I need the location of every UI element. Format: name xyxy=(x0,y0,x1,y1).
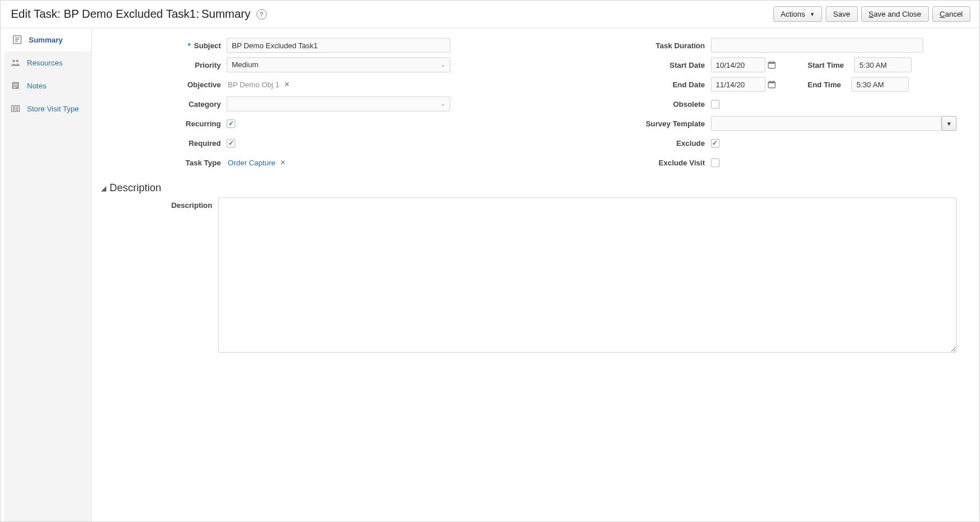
sidebar-item-notes[interactable]: Notes xyxy=(4,74,91,97)
recurring-checkbox[interactable] xyxy=(227,119,235,128)
save-and-close-button-label: Save and Close xyxy=(869,10,921,18)
duration-label: Task Duration xyxy=(539,41,711,50)
task-type-remove-icon[interactable]: ✕ xyxy=(280,158,286,167)
priority-select[interactable]: Medium ⌄ xyxy=(227,57,450,72)
save-and-close-button[interactable]: Save and Close xyxy=(861,6,929,22)
end-time-input[interactable] xyxy=(851,77,909,92)
svg-rect-12 xyxy=(18,106,20,112)
objective-remove-icon[interactable]: ✕ xyxy=(284,80,290,88)
disclosure-triangle-icon: ◢ xyxy=(101,184,106,192)
required-label: Required xyxy=(98,139,227,148)
svg-rect-11 xyxy=(15,106,17,112)
start-time-label: Start Time xyxy=(808,61,844,69)
notes-icon xyxy=(10,80,21,91)
required-asterisk-icon: * xyxy=(188,41,190,50)
help-icon[interactable]: ? xyxy=(256,9,267,20)
sidebar-item-resources[interactable]: Resources xyxy=(4,51,91,74)
sidebar-item-summary[interactable]: Summary xyxy=(4,28,91,51)
recurring-row: Recurring xyxy=(98,115,516,132)
objective-row: Objective BP Demo Obj 1 ✕ xyxy=(98,76,516,92)
exclude-checkbox[interactable] xyxy=(711,139,720,148)
description-row: Description xyxy=(98,198,956,353)
recurring-label: Recurring xyxy=(98,119,227,128)
sidebar-item-store-visit-type[interactable]: Store Visit Type xyxy=(4,97,91,120)
objective-chip-text: BP Demo Obj 1 xyxy=(228,80,279,89)
svg-rect-15 xyxy=(769,61,770,63)
obsolete-checkbox[interactable] xyxy=(711,100,720,109)
subject-input[interactable] xyxy=(227,38,450,53)
required-row: Required xyxy=(98,135,516,151)
title-prefix: Edit Task: BP Demo Excluded Task1: xyxy=(11,7,199,21)
store-visit-type-icon xyxy=(10,103,21,114)
save-button-label: Save xyxy=(833,10,850,18)
sidebar-item-label: Store Visit Type xyxy=(27,105,79,113)
task-duration-input[interactable] xyxy=(711,38,923,53)
priority-value: Medium xyxy=(232,58,258,72)
sidebar-item-label: Resources xyxy=(27,59,63,67)
exclude-visit-checkbox[interactable] xyxy=(711,158,720,167)
svg-rect-9 xyxy=(13,87,16,88)
svg-rect-8 xyxy=(13,86,18,86)
end-date-input[interactable] xyxy=(711,77,765,92)
objective-label: Objective xyxy=(98,80,227,89)
title-suffix: Summary xyxy=(201,7,251,21)
save-button[interactable]: Save xyxy=(826,6,858,22)
summary-icon xyxy=(11,34,23,45)
start-date-row: Start Date Start Time xyxy=(539,57,957,73)
page-title: Edit Task: BP Demo Excluded Task1: Summa… xyxy=(11,7,267,21)
svg-point-4 xyxy=(13,60,15,63)
objective-chip: BP Demo Obj 1 ✕ xyxy=(227,80,516,89)
end-time-label: End Time xyxy=(808,80,841,89)
page-header: Edit Task: BP Demo Excluded Task1: Summa… xyxy=(1,1,979,28)
svg-rect-19 xyxy=(769,80,770,82)
subject-label-text: Subject xyxy=(194,41,221,50)
form-columns: * Subject Priority Medium ⌄ xyxy=(98,34,956,174)
obsolete-row: Obsolete xyxy=(539,96,957,112)
sidebar-item-label: Notes xyxy=(27,82,46,90)
task-type-label: Task Type xyxy=(98,158,227,167)
exclude-visit-row: Exclude Visit xyxy=(539,154,957,171)
svg-point-5 xyxy=(16,60,19,63)
actions-button[interactable]: Actions ▼ xyxy=(773,6,823,22)
survey-template-row: Survey Template ▼ xyxy=(539,115,957,132)
chevron-down-icon: ▼ xyxy=(810,11,815,17)
actions-button-label: Actions xyxy=(781,10,806,18)
chevron-down-icon: ⌄ xyxy=(441,58,445,72)
start-date-wrap xyxy=(711,57,777,72)
calendar-icon[interactable] xyxy=(767,78,777,91)
cancel-button-label: Cancel xyxy=(940,10,963,18)
resources-icon xyxy=(10,57,21,68)
duration-row: Task Duration xyxy=(539,37,957,53)
description-textarea[interactable] xyxy=(218,198,956,353)
form-col-left: * Subject Priority Medium ⌄ xyxy=(98,34,516,174)
category-label: Category xyxy=(98,100,227,109)
survey-template-input[interactable] xyxy=(711,116,942,131)
priority-label: Priority xyxy=(98,61,227,69)
header-button-bar: Actions ▼ Save Save and Close Cancel xyxy=(773,6,970,22)
page-body: Summary Resources Notes Store Visit Type xyxy=(1,28,979,521)
end-date-wrap xyxy=(711,77,777,92)
calendar-icon[interactable] xyxy=(767,59,777,71)
sidebar: Summary Resources Notes Store Visit Type xyxy=(4,28,92,521)
survey-template-dropdown-button[interactable]: ▼ xyxy=(942,116,956,131)
priority-row: Priority Medium ⌄ xyxy=(98,57,516,73)
svg-rect-10 xyxy=(11,106,13,112)
description-section-header[interactable]: ◢ Description xyxy=(101,182,956,194)
start-time-wrap xyxy=(854,57,912,72)
required-checkbox[interactable] xyxy=(227,139,235,148)
obsolete-label: Obsolete xyxy=(539,100,711,109)
task-type-chip: Order Capture ✕ xyxy=(227,158,516,167)
start-time-input[interactable] xyxy=(854,57,912,72)
category-select[interactable]: ⌄ xyxy=(227,96,450,111)
svg-rect-18 xyxy=(768,82,775,83)
task-type-row: Task Type Order Capture ✕ xyxy=(98,154,516,171)
task-type-chip-text[interactable]: Order Capture xyxy=(228,158,275,167)
end-date-label: End Date xyxy=(539,80,711,89)
start-date-input[interactable] xyxy=(711,57,765,72)
page-root: Edit Task: BP Demo Excluded Task1: Summa… xyxy=(0,0,980,522)
svg-rect-16 xyxy=(773,61,773,63)
chevron-down-icon: ⌄ xyxy=(441,97,445,111)
exclude-visit-label: Exclude Visit xyxy=(539,158,711,167)
sidebar-item-label: Summary xyxy=(29,36,63,44)
cancel-button[interactable]: Cancel xyxy=(932,6,970,22)
